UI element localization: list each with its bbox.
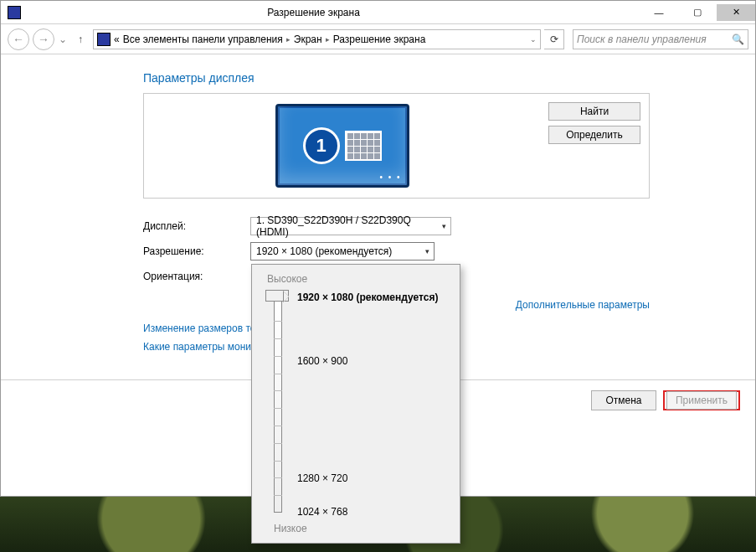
cancel-button[interactable]: Отмена xyxy=(591,390,656,410)
resolution-select[interactable]: 1920 × 1080 (рекомендуется) ▾ xyxy=(250,242,435,261)
control-panel-icon xyxy=(97,33,111,46)
window-buttons: — ▢ ✕ xyxy=(640,4,755,21)
search-icon: 🔍 xyxy=(732,34,744,45)
resize-text-link[interactable]: Изменение размеров те xyxy=(143,322,255,334)
resolution-row: Разрешение: 1920 × 1080 (рекомендуется) … xyxy=(143,239,650,264)
breadcrumb-1[interactable]: Все элементы панели управления xyxy=(123,34,283,45)
resolution-value: 1920 × 1080 (рекомендуется) xyxy=(256,245,392,257)
minimize-button[interactable]: — xyxy=(640,4,678,21)
crumb-sep-1: ▸ xyxy=(286,35,291,44)
display-row: Дисплей: 1. SD390_S22D390H / S22D390Q (H… xyxy=(143,214,650,239)
back-button[interactable]: ← xyxy=(8,28,29,50)
window-title: Разрешение экрана xyxy=(0,7,640,18)
page-heading: Параметры дисплея xyxy=(143,71,650,85)
display-preview[interactable]: 1 • • • xyxy=(144,94,540,198)
monitor-number: 1 xyxy=(303,127,340,164)
resolution-slider-track[interactable] xyxy=(274,295,282,513)
crumb-sep-2: ▸ xyxy=(326,35,330,44)
titlebar: Разрешение экрана — ▢ ✕ xyxy=(1,1,755,24)
slider-low-label: Низкое xyxy=(274,523,307,534)
identify-button[interactable]: Определить xyxy=(548,126,640,144)
resolution-option-1280[interactable]: 1280 × 720 xyxy=(297,472,347,484)
display-select[interactable]: 1. SD390_S22D390H / S22D390Q (HDMI) ▾ xyxy=(250,217,451,235)
display-value: 1. SD390_S22D390H / S22D390Q (HDMI) xyxy=(256,214,445,238)
crumb-prefix: « xyxy=(114,34,120,45)
monitor-dots: • • • xyxy=(379,173,401,182)
breadcrumb-2[interactable]: Экран xyxy=(294,34,322,45)
address-bar[interactable]: « Все элементы панели управления ▸ Экран… xyxy=(93,29,541,49)
resolution-option-1920[interactable]: 1920 × 1080 (рекомендуется) xyxy=(297,291,438,303)
maximize-button[interactable]: ▢ xyxy=(678,4,717,21)
forward-button[interactable]: → xyxy=(33,28,54,50)
monitor-grid-icon xyxy=(345,131,382,161)
navigation-bar: ← → ⌄ ↑ « Все элементы панели управления… xyxy=(1,24,755,54)
orientation-label: Ориентация: xyxy=(143,271,250,282)
breadcrumb-3[interactable]: Разрешение экрана xyxy=(333,34,426,45)
chevron-down-icon: ▾ xyxy=(425,247,429,255)
display-preview-box: 1 • • • Найти Определить xyxy=(143,93,650,199)
apply-button[interactable]: Применить xyxy=(666,391,737,410)
preview-side-buttons: Найти Определить xyxy=(540,94,649,198)
history-dropdown-icon[interactable]: ⌄ xyxy=(58,34,68,45)
monitor-params-link[interactable]: Какие параметры мони xyxy=(143,341,251,353)
refresh-button[interactable]: ⟳ xyxy=(544,29,564,49)
slider-high-label: Высокое xyxy=(267,273,451,285)
resolution-label: Разрешение: xyxy=(143,245,250,257)
resolution-option-1024[interactable]: 1024 × 768 xyxy=(297,506,347,518)
apply-button-highlight: Применить xyxy=(663,390,740,410)
resolution-slider-thumb[interactable] xyxy=(265,290,289,302)
find-button[interactable]: Найти xyxy=(548,102,640,121)
close-button[interactable]: ✕ xyxy=(717,4,755,21)
monitor-icon[interactable]: 1 • • • xyxy=(275,104,409,188)
chevron-down-icon: ▾ xyxy=(442,222,446,230)
address-dropdown-icon[interactable]: ⌄ xyxy=(530,35,537,44)
search-placeholder: Поиск в панели управления xyxy=(577,34,732,45)
up-button[interactable]: ↑ xyxy=(71,30,90,49)
display-label: Дисплей: xyxy=(143,220,250,232)
advanced-settings-link[interactable]: Дополнительные параметры xyxy=(516,299,650,311)
resolution-option-1600[interactable]: 1600 × 900 xyxy=(297,355,347,367)
resolution-dropdown-panel[interactable]: Высокое 1920 × 1080 (рекомендуется) 1600… xyxy=(251,264,460,544)
search-box[interactable]: Поиск в панели управления 🔍 xyxy=(573,29,748,49)
